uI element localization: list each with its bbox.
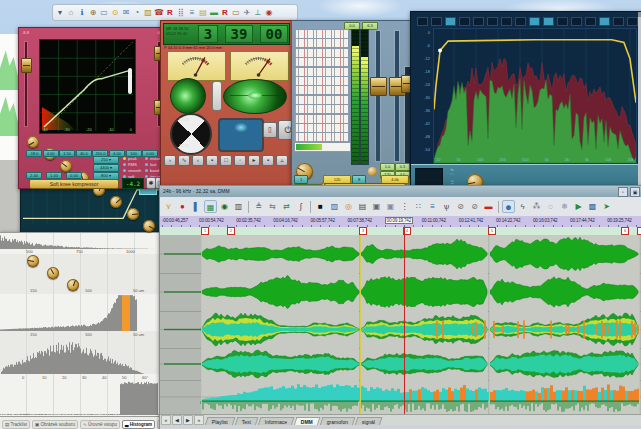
spec-toolbar-button-9[interactable] <box>543 17 554 26</box>
vu-small-button-1[interactable]: ∿ <box>178 155 190 166</box>
track-1[interactable] <box>160 235 641 274</box>
mode-button[interactable]: ▯ <box>263 122 277 138</box>
vu-small-button-4[interactable]: □ <box>220 155 232 166</box>
vu-small-button-6[interactable]: ▸ <box>248 155 260 166</box>
track-4[interactable] <box>160 348 641 381</box>
editor-toolbar-icon-2[interactable]: ▌ <box>190 200 203 213</box>
comp-knob2-2[interactable] <box>67 279 79 291</box>
toolbar-icon-2[interactable]: ℹ <box>77 7 87 18</box>
spec-toolbar-button-2[interactable] <box>445 17 456 26</box>
editor-toolbar-icon-33[interactable]: ➤ <box>600 200 613 213</box>
editor-toolbar-icon-5[interactable]: ▥ <box>232 200 245 213</box>
status-tab--rovn-vstupu[interactable]: ∿ Úrovně vstupu <box>80 420 120 429</box>
editor-toolbar-icon-32[interactable]: ▩ <box>586 200 599 213</box>
editor-toolbar-icon-27[interactable]: ϟ <box>516 200 529 213</box>
curve-mini-slider[interactable] <box>128 68 132 94</box>
editor-toolbar-icon-13[interactable]: ▨ <box>328 200 341 213</box>
toolbar-icon-10[interactable]: R <box>165 7 175 18</box>
strip-button-0[interactable]: 1 <box>294 175 308 184</box>
editor-toolbar-icon-26[interactable]: ☻ <box>502 200 515 213</box>
vu-small-button-5[interactable]: ◦ <box>234 155 246 166</box>
marker-flag-6[interactable] <box>637 227 641 235</box>
toolbar-icon-6[interactable]: ✉ <box>121 7 131 18</box>
editor-toolbar-icon-4[interactable]: ◉ <box>218 200 231 213</box>
editor-toolbar-icon-0[interactable]: ⋎ <box>162 200 175 213</box>
toolbar-icon-11[interactable]: ⣿ <box>176 7 186 18</box>
editor-toolbar-icon-7[interactable]: ≜ <box>252 200 265 213</box>
toolbar-icon-9[interactable]: ☎ <box>154 7 164 18</box>
vu-small-button-7[interactable]: ▪ <box>262 155 274 166</box>
spec-toolbar-button-12[interactable] <box>585 17 596 26</box>
spec-toolbar-button-6[interactable] <box>501 17 512 26</box>
tab-nav-0[interactable]: « <box>161 415 171 425</box>
vu-small-button-0[interactable]: › <box>164 155 176 166</box>
tab-nav-2[interactable]: ▶ <box>183 415 193 425</box>
editor-toolbar-icon-20[interactable]: ≡ <box>426 200 439 213</box>
marker-flag-6[interactable]: 6 <box>621 227 629 235</box>
fader-handle-left[interactable] <box>370 77 387 96</box>
toolbar-icon-18[interactable]: ⊥ <box>253 7 263 18</box>
editor-toolbar-icon-24[interactable]: ▬ <box>482 200 495 213</box>
editor-toolbar-icon-21[interactable]: ѱ <box>440 200 453 213</box>
comp-knob-0[interactable] <box>27 136 39 148</box>
editor-toolbar-icon-10[interactable]: ∫ <box>294 200 307 213</box>
toolbar-icon-5[interactable]: ⊙ <box>110 7 120 18</box>
toolbar-icon-16[interactable]: ▭ <box>231 7 241 18</box>
comp-select-0[interactable]: 250 ▾ <box>93 156 119 164</box>
track-5[interactable] <box>160 380 641 415</box>
comp-knob2-0[interactable] <box>27 255 39 267</box>
titlebar-button-1[interactable]: ▣ <box>630 187 640 197</box>
editor-toolbar-icon-22[interactable]: ⊘ <box>454 200 467 213</box>
spec-toolbar-button-7[interactable] <box>515 17 526 26</box>
editor-toolbar-icon-15[interactable]: ▤ <box>356 200 369 213</box>
comp-knob-5[interactable] <box>110 196 122 208</box>
editor-toolbar-icon-12[interactable]: ■ <box>314 200 327 213</box>
editor-toolbar-icon-18[interactable]: ⋮ <box>398 200 411 213</box>
toolbar-icon-3[interactable]: ⊕ <box>88 7 98 18</box>
spec-toolbar-button-4[interactable] <box>473 17 484 26</box>
spec-toolbar-button-15[interactable] <box>627 17 638 26</box>
spec-toolbar-button-0[interactable] <box>417 17 428 26</box>
spec-toolbar-button-10[interactable] <box>557 17 568 26</box>
toolbar-icon-19[interactable]: ◉ <box>264 7 274 18</box>
marker-flag-2[interactable]: 2 <box>227 227 235 235</box>
compressor-mode-button[interactable]: Soft knee kompressor <box>29 179 119 189</box>
comp-knob-2[interactable] <box>60 160 72 172</box>
marker-flag-3[interactable]: 3 <box>359 227 367 235</box>
status-tab-histogram[interactable]: ▃ Histogram <box>122 420 155 429</box>
toolbar-icon-4[interactable]: ▭ <box>99 7 109 18</box>
titlebar-button-0[interactable]: ▫ <box>618 187 628 197</box>
toolbar-icon-1[interactable]: ⌂ <box>66 7 76 18</box>
track-3[interactable] <box>160 311 641 349</box>
editor-toolbar-icon-14[interactable]: ◎ <box>342 200 355 213</box>
toolbar-icon-0[interactable]: ▾ <box>55 7 65 18</box>
spec-toolbar-button-13[interactable] <box>599 17 610 26</box>
toolbar-icon-17[interactable]: ✈ <box>242 7 252 18</box>
editor-toolbar-icon-19[interactable]: ∷ <box>412 200 425 213</box>
editor-toolbar-icon-17[interactable]: ▣ <box>384 200 397 213</box>
editor-toolbar-icon-28[interactable]: ⁂ <box>530 200 543 213</box>
editor-toolbar-icon-8[interactable]: ⇆ <box>266 200 279 213</box>
comp-knob-6[interactable] <box>127 208 139 220</box>
small-knob[interactable] <box>368 167 377 176</box>
spec-toolbar-button-8[interactable] <box>529 17 540 26</box>
tab-nav-3[interactable]: » <box>194 415 204 425</box>
spec-toolbar-button-11[interactable] <box>571 17 582 26</box>
spec-toolbar-button-5[interactable] <box>487 17 498 26</box>
editor-toolbar-icon-31[interactable]: ▶ <box>572 200 585 213</box>
comp-knob2-1[interactable] <box>47 267 59 279</box>
toolbar-icon-12[interactable]: ≡ <box>187 7 197 18</box>
spec-toolbar-button-14[interactable] <box>613 17 624 26</box>
toolbar-icon-14[interactable]: ▬ <box>209 7 219 18</box>
track-2[interactable] <box>160 273 641 312</box>
marker-flag-5[interactable]: 5 <box>488 227 496 235</box>
editor-toolbar-icon-23[interactable]: ⊘ <box>468 200 481 213</box>
vu-small-button-8[interactable]: ▵ <box>276 155 288 166</box>
comp-select-1[interactable]: 4400 ▾ <box>93 164 119 172</box>
editor-toolbar-icon-1[interactable]: ● <box>176 200 189 213</box>
editor-toolbar-icon-3[interactable]: ▦ <box>204 200 217 213</box>
status-tab-obr-zek-souboru[interactable]: ▣ Obrázek souboru <box>32 420 78 429</box>
editor-toolbar-icon-29[interactable]: ◌ <box>544 200 557 213</box>
vu-small-button-3[interactable]: ▪ <box>206 155 218 166</box>
toolbar-icon-8[interactable]: ▨ <box>143 7 153 18</box>
